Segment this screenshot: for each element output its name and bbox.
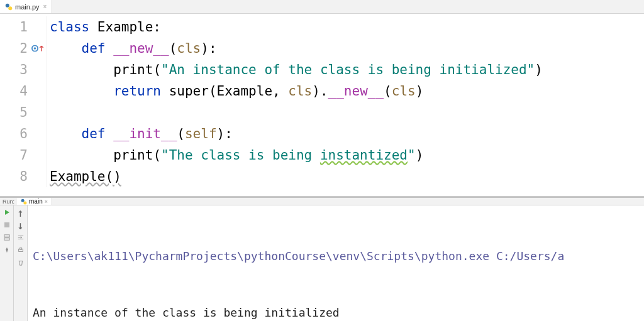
gutter: 1 2 3 4 5 6 7 8 bbox=[0, 14, 47, 196]
up-icon[interactable]: ↑ bbox=[16, 208, 25, 217]
wrap-icon[interactable] bbox=[16, 233, 25, 242]
trash-icon[interactable] bbox=[16, 258, 25, 267]
run-output[interactable]: C:\Users\ak111\PycharmProjects\pythonCou… bbox=[28, 205, 644, 321]
code-line: print("An instance of the class is being… bbox=[47, 59, 644, 80]
close-icon[interactable]: × bbox=[45, 199, 48, 205]
editor-pane: main.py × 1 2 3 4 5 6 7 8 class Example:… bbox=[0, 0, 644, 196]
gutter-line: 2 bbox=[0, 38, 47, 59]
svg-point-0 bbox=[6, 3, 9, 7]
run-body: ↑ ↓ C:\Users\ak111\PycharmProjects\pytho… bbox=[0, 205, 644, 321]
code-line: def __init__(self): bbox=[47, 123, 644, 144]
output-line: An instance of the class is being initia… bbox=[33, 303, 639, 321]
run-pane: Run: main × ↑ ↓ C:\Users\ak111\PycharmPr… bbox=[0, 198, 644, 321]
code-content[interactable]: class Example: def __new__(cls): print("… bbox=[47, 14, 644, 196]
run-toolbar-secondary: ↑ ↓ bbox=[14, 205, 28, 321]
gutter-line: 8 bbox=[0, 166, 47, 187]
code-line: Example() bbox=[47, 166, 644, 187]
code-line: return super(Example, cls).__new__(cls) bbox=[47, 80, 644, 102]
gutter-line: 3 bbox=[0, 59, 47, 80]
run-tool-label: Run: bbox=[0, 199, 17, 205]
code-line: print("The class is being instantized") bbox=[47, 144, 644, 166]
gutter-line: 1 bbox=[0, 16, 47, 38]
print-icon[interactable] bbox=[16, 246, 25, 254]
code-line: class Example: bbox=[47, 16, 644, 38]
svg-rect-10 bbox=[19, 248, 21, 250]
gutter-line: 6 bbox=[0, 123, 47, 144]
code-line: def __new__(cls): bbox=[47, 38, 644, 59]
python-file-icon bbox=[5, 3, 13, 11]
editor-tab-bar: main.py × bbox=[0, 0, 644, 14]
svg-rect-6 bbox=[4, 222, 9, 227]
editor-tab-main[interactable]: main.py × bbox=[0, 0, 52, 13]
python-file-icon bbox=[21, 199, 27, 205]
svg-point-5 bbox=[23, 201, 26, 204]
run-tab[interactable]: main × bbox=[17, 198, 52, 205]
editor-tab-label: main.py bbox=[15, 3, 40, 11]
run-toolbar-primary bbox=[0, 205, 14, 321]
layout-icon[interactable] bbox=[3, 233, 11, 242]
close-icon[interactable]: × bbox=[43, 3, 47, 10]
rerun-icon[interactable] bbox=[3, 208, 11, 217]
down-icon[interactable]: ↓ bbox=[16, 220, 25, 229]
output-command: C:\Users\ak111\PycharmProjects\pythonCou… bbox=[33, 247, 639, 266]
code-area[interactable]: 1 2 3 4 5 6 7 8 class Example: def __new… bbox=[0, 14, 644, 196]
svg-point-1 bbox=[8, 6, 12, 10]
svg-rect-7 bbox=[4, 235, 9, 237]
override-icon[interactable] bbox=[31, 45, 44, 52]
gutter-line: 5 bbox=[0, 102, 47, 123]
stop-icon[interactable] bbox=[3, 220, 11, 229]
gutter-line: 4 bbox=[0, 80, 47, 102]
gutter-line: 7 bbox=[0, 144, 47, 166]
code-line bbox=[47, 102, 644, 123]
svg-point-3 bbox=[34, 47, 36, 50]
pin-icon[interactable] bbox=[3, 246, 11, 254]
run-tab-bar: Run: main × bbox=[0, 198, 644, 205]
run-tab-label: main bbox=[29, 198, 43, 205]
svg-point-4 bbox=[21, 199, 25, 202]
svg-rect-8 bbox=[4, 238, 9, 240]
